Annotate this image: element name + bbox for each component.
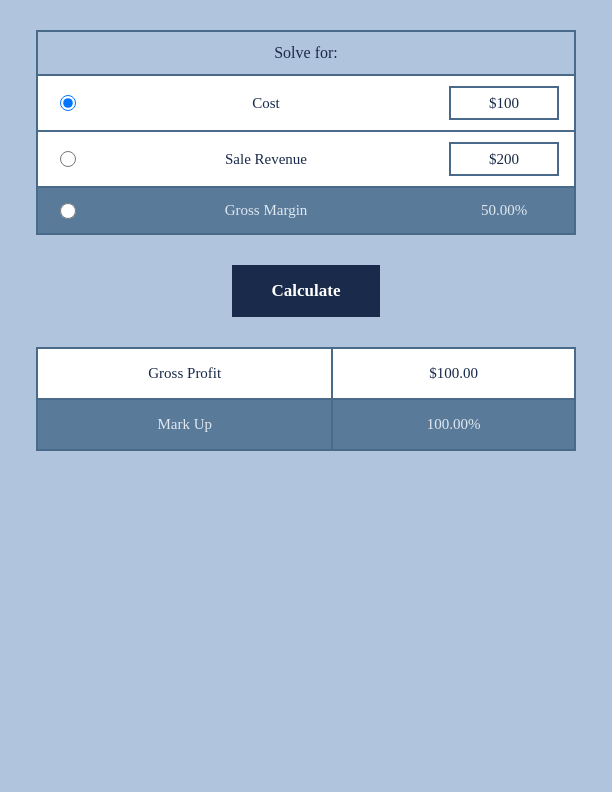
gross-margin-row: Gross Margin 50.00% xyxy=(38,188,574,233)
gross-margin-radio[interactable] xyxy=(60,203,76,219)
markup-row: Mark Up 100.00% xyxy=(37,399,575,450)
calculator-container: Solve for: Cost Sale Revenue xyxy=(36,30,576,451)
markup-label: Mark Up xyxy=(37,399,332,450)
sale-revenue-radio-cell xyxy=(38,137,98,181)
gross-margin-label: Gross Margin xyxy=(98,188,434,233)
gross-margin-value-cell: 50.00% xyxy=(434,192,574,229)
gross-margin-radio-cell xyxy=(38,189,98,233)
sale-revenue-value-cell xyxy=(434,132,574,186)
cost-row: Cost xyxy=(38,76,574,132)
cost-radio-cell xyxy=(38,81,98,125)
sale-revenue-row: Sale Revenue xyxy=(38,132,574,188)
cost-value-cell xyxy=(434,76,574,130)
cost-input[interactable] xyxy=(449,86,559,120)
calculate-section: Calculate xyxy=(36,265,576,317)
sale-revenue-input[interactable] xyxy=(449,142,559,176)
solve-for-label: Solve for: xyxy=(274,44,338,61)
gross-profit-row: Gross Profit $100.00 xyxy=(37,348,575,399)
solve-for-header: Solve for: xyxy=(38,32,574,76)
sale-revenue-label: Sale Revenue xyxy=(98,137,434,182)
cost-label: Cost xyxy=(98,81,434,126)
gross-profit-value: $100.00 xyxy=(332,348,575,399)
markup-value: 100.00% xyxy=(332,399,575,450)
solve-for-panel: Solve for: Cost Sale Revenue xyxy=(36,30,576,235)
results-table: Gross Profit $100.00 Mark Up 100.00% xyxy=(36,347,576,451)
gross-profit-label: Gross Profit xyxy=(37,348,332,399)
gross-margin-value: 50.00% xyxy=(481,202,527,219)
calculate-button[interactable]: Calculate xyxy=(232,265,381,317)
cost-radio[interactable] xyxy=(60,95,76,111)
sale-revenue-radio[interactable] xyxy=(60,151,76,167)
